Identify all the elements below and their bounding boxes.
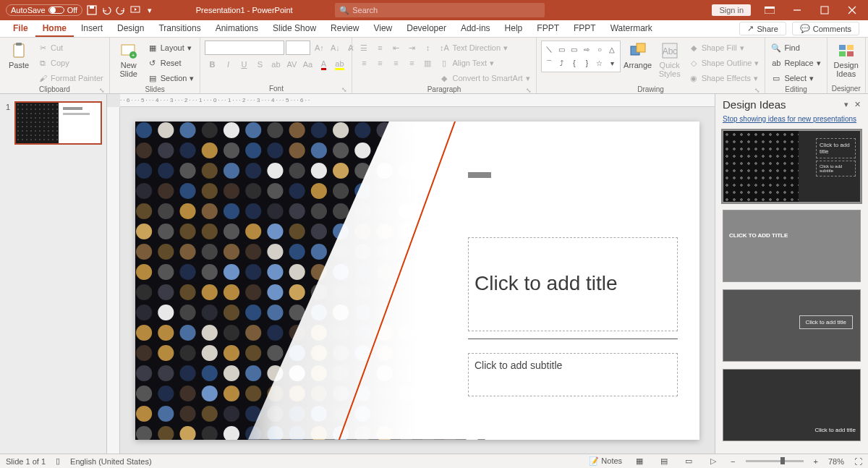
paste-button[interactable]: Paste xyxy=(4,41,33,71)
shape-outline-button[interactable]: ◇Shape Outline ▾ xyxy=(687,56,761,70)
stop-showing-link[interactable]: Stop showing ideas for new presentations xyxy=(715,115,868,127)
pane-dropdown-icon[interactable]: ▾ xyxy=(844,100,848,109)
format-painter-button[interactable]: 🖌Format Painter xyxy=(36,71,105,85)
tab-animations[interactable]: Animations xyxy=(208,20,265,37)
shadow-icon[interactable]: ab xyxy=(268,57,283,72)
underline-icon[interactable]: U xyxy=(237,57,251,72)
slide-thumbnail-1[interactable]: 1 xyxy=(14,101,102,145)
sign-in-button[interactable]: Sign in xyxy=(712,4,751,16)
justify-icon[interactable]: ≡ xyxy=(404,56,419,70)
bullets-icon[interactable]: ☰ xyxy=(357,41,371,55)
undo-icon[interactable] xyxy=(101,5,111,15)
shape-fill-button[interactable]: ◆Shape Fill ▾ xyxy=(687,41,761,55)
convert-smartart-button[interactable]: ◆Convert to SmartArt ▾ xyxy=(438,71,531,85)
tab-slideshow[interactable]: Slide Show xyxy=(265,20,323,37)
design-idea-4[interactable]: Click to add title xyxy=(723,369,861,441)
subtitle-placeholder[interactable]: Click to add subtitle xyxy=(468,353,678,396)
tab-developer[interactable]: Developer xyxy=(399,20,454,37)
slide-counter[interactable]: Slide 1 of 1 xyxy=(6,457,46,466)
italic-icon[interactable]: I xyxy=(221,57,235,72)
autosave-toggle[interactable]: AutoSave Off xyxy=(6,4,82,16)
indent-inc-icon[interactable]: ⇥ xyxy=(404,41,419,55)
cut-button[interactable]: ✂Cut xyxy=(36,41,105,55)
new-slide-button[interactable]: + New Slide xyxy=(114,41,143,80)
text-direction-button[interactable]: ↕AText Direction ▾ xyxy=(438,41,531,55)
font-size-select[interactable] xyxy=(286,41,310,55)
dialog-launcher-icon[interactable]: ⤡ xyxy=(754,87,760,94)
align-right-icon[interactable]: ≡ xyxy=(388,56,403,70)
select-button[interactable]: ▭Select ▾ xyxy=(770,71,822,85)
reset-button[interactable]: ↺Reset xyxy=(146,56,196,70)
columns-icon[interactable]: ▥ xyxy=(420,56,435,70)
normal-view-icon[interactable]: ▦ xyxy=(632,456,647,467)
align-center-icon[interactable]: ≡ xyxy=(373,56,387,70)
maximize-icon[interactable] xyxy=(812,0,838,20)
design-idea-3[interactable]: Click to add title xyxy=(723,289,861,362)
find-button[interactable]: 🔍Find xyxy=(770,41,822,55)
replace-button[interactable]: abReplace ▾ xyxy=(770,56,822,70)
comments-button[interactable]: 💬Comments xyxy=(792,22,859,35)
accessibility-icon[interactable]: ▯ xyxy=(56,456,60,466)
numbering-icon[interactable]: ≡ xyxy=(373,41,387,55)
sorter-view-icon[interactable]: ▤ xyxy=(657,456,671,467)
align-left-icon[interactable]: ≡ xyxy=(357,56,371,70)
highlight-icon[interactable]: ab xyxy=(332,57,346,72)
tab-view[interactable]: View xyxy=(366,20,399,37)
design-idea-1[interactable]: Click to add titleClick to add subtitle xyxy=(723,130,861,203)
title-placeholder[interactable]: Click to add title xyxy=(468,237,678,331)
dialog-launcher-icon[interactable]: ⤡ xyxy=(526,87,532,94)
language-status[interactable]: English (United States) xyxy=(70,457,152,466)
qat-customize-icon[interactable]: ▾ xyxy=(145,5,155,15)
shapes-gallery[interactable]: ＼▭▭⇨○△ ⌒⤴{}☆▾ xyxy=(541,41,621,72)
slideshow-view-icon[interactable]: ▷ xyxy=(706,456,720,467)
close-icon[interactable] xyxy=(839,0,865,20)
tab-transitions[interactable]: Transitions xyxy=(151,20,208,37)
tab-insert[interactable]: Insert xyxy=(74,20,110,37)
ribbon-display-icon[interactable] xyxy=(757,0,783,20)
fit-window-icon[interactable]: ⛶ xyxy=(854,457,862,466)
section-button[interactable]: ▤Section ▾ xyxy=(146,71,196,85)
tab-file[interactable]: File xyxy=(6,20,35,37)
change-case-icon[interactable]: Aa xyxy=(300,57,315,72)
slideshow-start-icon[interactable] xyxy=(130,5,140,15)
tab-addins[interactable]: Add-ins xyxy=(454,20,498,37)
tab-review[interactable]: Review xyxy=(323,20,366,37)
quick-styles-button[interactable]: Abc Quick Styles xyxy=(655,41,684,80)
slide-viewport[interactable]: Click to add title Click to add subtitle xyxy=(120,107,715,454)
zoom-level[interactable]: 78% xyxy=(828,457,844,466)
tab-watermark[interactable]: Watermark xyxy=(603,20,660,37)
tab-help[interactable]: Help xyxy=(498,20,530,37)
share-button[interactable]: ↗Share xyxy=(739,22,786,35)
font-color-icon[interactable]: A xyxy=(316,57,331,72)
redo-icon[interactable] xyxy=(116,5,126,15)
strike-icon[interactable]: S xyxy=(252,57,267,72)
zoom-in-icon[interactable]: + xyxy=(814,457,818,466)
reading-view-icon[interactable]: ▭ xyxy=(681,456,696,467)
save-icon[interactable] xyxy=(87,5,97,15)
shape-effects-button[interactable]: ◉Shape Effects ▾ xyxy=(687,71,761,85)
tab-home[interactable]: Home xyxy=(35,20,74,37)
design-ideas-button[interactable]: Design Ideas xyxy=(832,41,861,80)
arrange-button[interactable]: Arrange xyxy=(624,41,652,71)
minimize-icon[interactable] xyxy=(784,0,810,20)
layout-button[interactable]: ▦Layout ▾ xyxy=(146,41,196,55)
bold-icon[interactable]: B xyxy=(205,57,219,72)
tab-fppt2[interactable]: FPPT xyxy=(566,20,603,37)
line-spacing-icon[interactable]: ↕ xyxy=(420,41,435,55)
zoom-slider[interactable] xyxy=(746,460,804,462)
tab-design[interactable]: Design xyxy=(110,20,151,37)
copy-button[interactable]: ⧉Copy xyxy=(36,56,105,70)
notes-button[interactable]: 📝 Notes xyxy=(589,456,622,466)
font-family-select[interactable] xyxy=(205,41,284,55)
dialog-launcher-icon[interactable]: ⤡ xyxy=(341,86,347,93)
dialog-launcher-icon[interactable]: ⤡ xyxy=(99,87,105,94)
search-box[interactable]: 🔍 Search xyxy=(335,3,545,17)
grow-font-icon[interactable]: A↑ xyxy=(312,41,326,55)
tab-fppt[interactable]: FPPT xyxy=(529,20,566,37)
design-idea-2[interactable]: CLICK TO ADD TITLE xyxy=(723,210,861,282)
spacing-icon[interactable]: AV xyxy=(284,57,299,72)
pane-close-icon[interactable]: ✕ xyxy=(854,100,861,109)
indent-dec-icon[interactable]: ⇤ xyxy=(388,41,403,55)
shrink-font-icon[interactable]: A↓ xyxy=(328,41,342,55)
align-text-button[interactable]: ▯Align Text ▾ xyxy=(438,56,531,70)
